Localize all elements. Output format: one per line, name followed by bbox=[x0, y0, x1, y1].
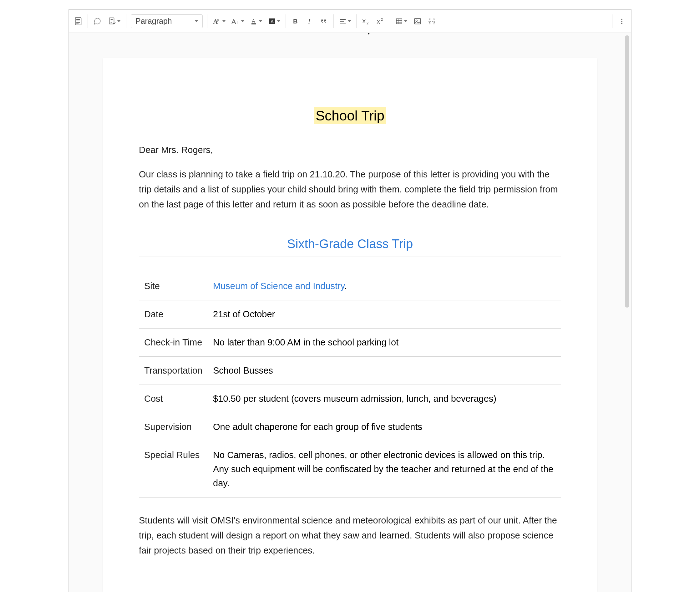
comment-icon[interactable] bbox=[91, 14, 104, 28]
title-text: School Trip bbox=[314, 107, 386, 124]
table-key: Transportation bbox=[139, 357, 208, 385]
table-row[interactable]: SiteMuseum of Science and Industry. bbox=[139, 272, 561, 300]
blockquote-button[interactable] bbox=[317, 14, 331, 28]
italic-button[interactable]: I bbox=[303, 14, 317, 28]
separator bbox=[126, 14, 126, 28]
table-key: Cost bbox=[139, 385, 208, 413]
table-row[interactable]: TransportationSchool Busses bbox=[139, 357, 561, 385]
svg-text:X: X bbox=[362, 18, 366, 24]
cursor-icon: ➤ bbox=[364, 33, 374, 37]
separator bbox=[612, 14, 612, 28]
table-key: Special Rules bbox=[139, 441, 208, 497]
svg-rect-28 bbox=[415, 18, 421, 24]
table-row[interactable]: SupervisionOne adult chaperone for each … bbox=[139, 413, 561, 441]
svg-text:X: X bbox=[377, 19, 380, 25]
align-button[interactable] bbox=[336, 14, 354, 28]
chevron-down-icon bbox=[259, 20, 262, 22]
svg-point-32 bbox=[621, 21, 623, 22]
svg-text:A: A bbox=[231, 18, 236, 25]
font-size-button[interactable]: A I bbox=[229, 14, 247, 28]
svg-point-33 bbox=[621, 22, 623, 24]
subscript-button[interactable]: X2 bbox=[359, 14, 373, 28]
svg-text:I: I bbox=[308, 18, 311, 25]
font-color-button[interactable]: A bbox=[248, 14, 265, 28]
table-key: Supervision bbox=[139, 413, 208, 441]
trip-details-table[interactable]: SiteMuseum of Science and Industry.Date2… bbox=[139, 272, 561, 497]
table-row[interactable]: Special RulesNo Cameras, radios, cell ph… bbox=[139, 441, 561, 497]
svg-text:A: A bbox=[252, 18, 255, 24]
chevron-down-icon bbox=[222, 20, 225, 22]
table-value: One adult chaperone for each group of fi… bbox=[208, 413, 561, 441]
table-key: Date bbox=[139, 300, 208, 329]
svg-text:I: I bbox=[237, 20, 238, 24]
site-link[interactable]: Museum of Science and Industry bbox=[213, 281, 344, 291]
chevron-down-icon bbox=[241, 20, 244, 22]
document-page[interactable]: ➤ School Trip Dear Mrs. Rogers, Our clas… bbox=[103, 58, 597, 592]
salutation-text[interactable]: Dear Mrs. Rogers, bbox=[139, 143, 561, 158]
intro-paragraph[interactable]: Our class is planning to take a field tr… bbox=[139, 167, 561, 212]
table-button[interactable] bbox=[392, 14, 410, 28]
bold-button[interactable]: B bbox=[288, 14, 302, 28]
highlight-color-button[interactable]: A bbox=[266, 14, 283, 28]
svg-rect-23 bbox=[396, 19, 402, 24]
section-heading[interactable]: Sixth-Grade Class Trip bbox=[139, 237, 561, 257]
page-view-icon[interactable] bbox=[71, 14, 85, 28]
separator bbox=[356, 14, 357, 28]
svg-text:2: 2 bbox=[381, 17, 383, 21]
table-value: Museum of Science and Industry. bbox=[208, 272, 561, 300]
svg-text:A: A bbox=[271, 19, 274, 24]
table-value: School Busses bbox=[208, 357, 561, 385]
paragraph-style-select[interactable]: Paragraph bbox=[131, 14, 203, 28]
separator bbox=[285, 14, 286, 28]
chevron-down-icon bbox=[348, 20, 351, 22]
more-menu-button[interactable] bbox=[615, 14, 629, 28]
superscript-button[interactable]: X2 bbox=[373, 14, 387, 28]
table-row[interactable]: Cost$10.50 per student (covers museum ad… bbox=[139, 385, 561, 413]
scrollbar-thumb[interactable] bbox=[625, 35, 629, 307]
table-value: No Cameras, radios, cell phones, or othe… bbox=[208, 441, 561, 497]
table-key: Check-in Time bbox=[139, 329, 208, 357]
app-frame: Paragraph A F A I A bbox=[68, 9, 632, 592]
chevron-down-icon bbox=[195, 20, 198, 22]
scrollbar[interactable] bbox=[625, 35, 630, 311]
font-family-button[interactable]: A F bbox=[210, 14, 228, 28]
table-value: 21st of October bbox=[208, 300, 561, 329]
svg-text:2: 2 bbox=[367, 21, 369, 25]
table-value: No later than 9:00 AM in the school park… bbox=[208, 329, 561, 357]
chevron-down-icon bbox=[277, 20, 280, 22]
table-key: Site bbox=[139, 272, 208, 300]
chevron-down-icon bbox=[404, 20, 407, 22]
chevron-down-icon bbox=[117, 20, 120, 22]
separator bbox=[207, 14, 207, 28]
table-value: $10.50 per student (covers museum admiss… bbox=[208, 385, 561, 413]
svg-rect-11 bbox=[252, 23, 256, 24]
page-break-button[interactable] bbox=[425, 14, 439, 28]
separator bbox=[88, 14, 88, 28]
document-title[interactable]: School Trip bbox=[139, 108, 561, 130]
table-row[interactable]: Date21st of October bbox=[139, 300, 561, 329]
toolbar: Paragraph A F A I A bbox=[69, 10, 631, 33]
editor-canvas: ➤ School Trip Dear Mrs. Rogers, Our clas… bbox=[69, 33, 631, 592]
text: . bbox=[344, 281, 347, 291]
svg-text:B: B bbox=[293, 18, 298, 25]
svg-point-31 bbox=[621, 18, 623, 20]
separator bbox=[333, 14, 334, 28]
image-button[interactable] bbox=[411, 14, 424, 28]
track-changes-button[interactable] bbox=[105, 14, 123, 28]
table-row[interactable]: Check-in TimeNo later than 9:00 AM in th… bbox=[139, 329, 561, 357]
separator bbox=[390, 14, 390, 28]
followup-paragraph[interactable]: Students will visit OMSI's environmental… bbox=[139, 513, 561, 558]
style-select-label: Paragraph bbox=[136, 16, 172, 26]
svg-text:F: F bbox=[217, 19, 219, 23]
